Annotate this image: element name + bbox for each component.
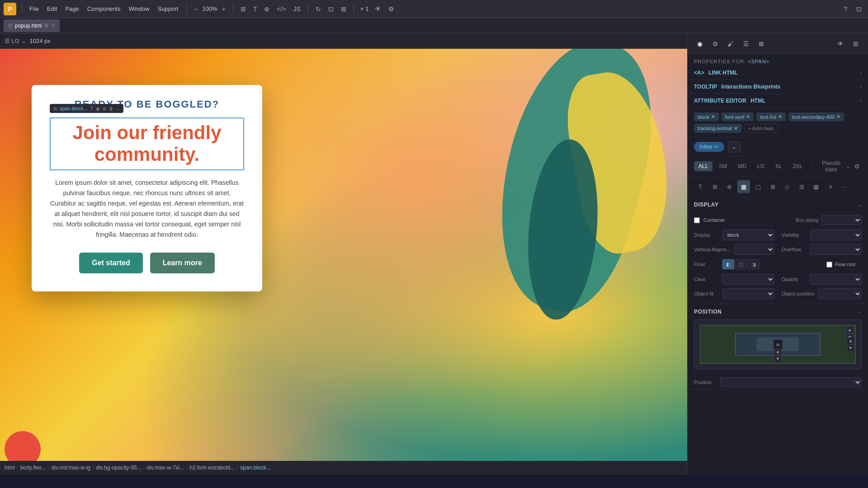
box-style-icon[interactable]: ⊞: [708, 180, 721, 193]
class-tag-font-serif[interactable]: font-serif ✕: [722, 113, 754, 121]
bp-all[interactable]: ALL: [694, 161, 712, 171]
grid-style-icon[interactable]: ▦: [737, 180, 750, 193]
flow-root-checkbox[interactable]: [826, 262, 832, 267]
breadcrumb-div3[interactable]: div.max-w-7xl...: [147, 465, 184, 471]
more-style-icon[interactable]: ···: [839, 180, 851, 193]
overflow-select[interactable]: [810, 244, 862, 255]
menu-edit[interactable]: Edit: [43, 4, 61, 14]
learn-more-button[interactable]: Learn more: [150, 253, 215, 273]
flex-style-icon[interactable]: ⊠: [766, 180, 779, 193]
element-tb-more-icon[interactable]: ⌄: [116, 106, 120, 111]
border-style-icon[interactable]: ▢: [752, 180, 764, 193]
inline-pill[interactable]: Inline ✏: [694, 142, 724, 152]
help-btn[interactable]: ?: [841, 4, 850, 14]
get-started-button[interactable]: Get started: [79, 253, 142, 273]
text-tool-btn[interactable]: T: [250, 4, 260, 14]
breadcrumb-div1[interactable]: div.md:max-w-lg: [52, 465, 90, 471]
position-style-icon[interactable]: ⊕: [723, 180, 736, 193]
object-position-select[interactable]: [818, 288, 862, 299]
class-tag-close[interactable]: ✕: [746, 114, 750, 120]
eye-btn[interactable]: 👁: [372, 4, 384, 14]
box-sizing-select[interactable]: [821, 215, 862, 225]
element-tb-trash-icon[interactable]: 🗑: [109, 106, 113, 111]
element-tb-grid-icon[interactable]: ⊞: [103, 106, 106, 111]
class-tag-close[interactable]: ✕: [734, 126, 738, 131]
inline-dropdown[interactable]: ⌄: [728, 141, 741, 152]
right-down-btn[interactable]: ▼: [847, 344, 854, 352]
attribute-editor-row[interactable]: ATTRIBUTE EDITOR HTML ›: [688, 94, 868, 108]
bottom-down-btn[interactable]: ▼: [774, 355, 782, 362]
tab-close-btn[interactable]: ✕: [51, 23, 55, 28]
style-settings-icon-btn[interactable]: ⚙: [852, 161, 862, 172]
object-fit-select[interactable]: [722, 288, 774, 299]
link-html-row[interactable]: <A> LINK HTML ›: [688, 66, 868, 80]
code-view-btn[interactable]: </>: [274, 4, 288, 14]
refresh-btn[interactable]: ↻: [313, 4, 324, 14]
right-up-btn[interactable]: ▲: [847, 337, 854, 344]
bp-2xl[interactable]: 2XL: [788, 161, 807, 171]
display-select[interactable]: block: [722, 230, 774, 240]
grid-icon-btn[interactable]: ⊞: [238, 4, 249, 14]
add-class-button[interactable]: + Add class: [744, 124, 778, 133]
float-center-btn[interactable]: ◫: [735, 259, 747, 269]
window-btn[interactable]: ⊡: [854, 4, 864, 14]
columns-style-icon[interactable]: ▦: [810, 180, 822, 193]
menu-page[interactable]: Page: [61, 4, 82, 14]
js-btn[interactable]: JS: [291, 4, 303, 14]
class-tag-close[interactable]: ✕: [836, 114, 840, 120]
center-equal-btn[interactable]: =: [773, 340, 783, 349]
settings-gear-btn[interactable]: ⚙: [386, 4, 397, 14]
transform-style-icon[interactable]: ◇: [781, 180, 793, 193]
display-section-header[interactable]: DISPLAY ⌄: [688, 197, 868, 212]
class-tag-close[interactable]: ✕: [711, 114, 715, 120]
panel-settings-icon[interactable]: ⚙: [708, 37, 722, 51]
panel-eye-icon[interactable]: 👁: [834, 37, 847, 51]
float-right-btn[interactable]: ◨: [748, 259, 760, 269]
position-section-header[interactable]: POSITION ⌄: [688, 304, 868, 319]
menu-support[interactable]: Support: [154, 4, 182, 14]
position-select[interactable]: [720, 377, 862, 387]
bp-xl[interactable]: XL: [771, 161, 787, 171]
zoom-minus-btn[interactable]: −: [191, 4, 200, 14]
text-style-icon[interactable]: T: [694, 180, 707, 193]
element-tb-text-icon[interactable]: T: [90, 106, 93, 111]
container-checkbox[interactable]: [694, 217, 700, 223]
visibility-select[interactable]: [810, 230, 862, 240]
breadcrumb-span[interactable]: span.block...: [240, 465, 270, 471]
panel-style-icon[interactable]: ◉: [693, 37, 707, 51]
device-dropdown[interactable]: ☰ LG ⌄: [5, 38, 26, 44]
export-btn[interactable]: ⊠: [338, 4, 349, 14]
top-up-btn[interactable]: ▲: [846, 326, 854, 333]
list-style-icon[interactable]: ≡: [824, 180, 837, 193]
select-tool-btn[interactable]: ⊕: [261, 4, 272, 14]
table-style-icon[interactable]: ⊞: [795, 180, 808, 193]
class-tag-block[interactable]: block ✕: [694, 113, 719, 121]
panel-layers-icon[interactable]: ☰: [739, 37, 753, 51]
menu-components[interactable]: Components: [84, 4, 124, 14]
menu-file[interactable]: File: [26, 4, 42, 14]
tab-popup-html[interactable]: ⊟ popup.html ⊞ ✕: [4, 19, 60, 32]
bp-sm[interactable]: SM: [714, 161, 731, 171]
clear-select[interactable]: [722, 274, 774, 285]
zoom-plus-btn[interactable]: +: [219, 4, 228, 14]
vertical-align-select[interactable]: [734, 244, 774, 255]
breadcrumb-html[interactable]: html: [5, 465, 15, 471]
element-tb-dot-icon[interactable]: ◉: [96, 106, 100, 111]
opacity-select[interactable]: [810, 274, 862, 285]
class-tag-tracking[interactable]: tracking-normal ✕: [694, 124, 741, 133]
breadcrumb-body[interactable]: body.flex...: [20, 465, 46, 471]
class-tag-text-secondary[interactable]: text-secondary-400 ✕: [788, 113, 844, 121]
breadcrumb-h2[interactable]: h2.font-extrabold...: [189, 465, 235, 471]
pseudo-class-btn[interactable]: Pseudo class ⌄: [818, 160, 850, 173]
panel-paint-icon[interactable]: 🖌: [724, 37, 737, 51]
tooltip-row[interactable]: TOOLTIP Interactions Blueprints ›: [688, 80, 868, 94]
menu-window[interactable]: Window: [125, 4, 153, 14]
float-left-btn[interactable]: ◧: [722, 259, 734, 269]
class-tag-text-5xl[interactable]: text-5xl ✕: [756, 113, 785, 121]
selected-text-box[interactable]: ⊞ span.block... T ◉ ⊞ 🗑 ⌄ Join our frien…: [50, 117, 244, 170]
panel-expand-icon[interactable]: ⊞: [849, 37, 863, 51]
bp-lg[interactable]: LG: [753, 161, 769, 171]
panel-export-icon[interactable]: ⊠: [755, 37, 768, 51]
bp-md[interactable]: MD: [733, 161, 751, 171]
class-tag-close[interactable]: ✕: [778, 114, 782, 120]
